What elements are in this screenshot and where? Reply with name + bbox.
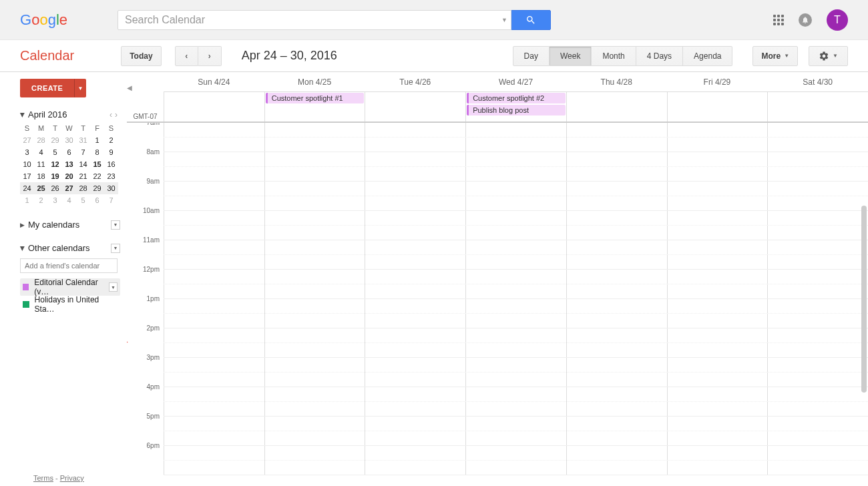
apps-icon[interactable] <box>773 15 784 25</box>
mini-day[interactable]: 8 <box>90 146 104 158</box>
mini-day[interactable]: 28 <box>34 134 48 146</box>
allday-cell[interactable] <box>667 92 768 121</box>
sidebar-collapse-icon[interactable]: ◀ <box>127 84 132 91</box>
mini-day[interactable]: 18 <box>34 170 48 182</box>
view-week[interactable]: Week <box>550 46 592 66</box>
mini-day[interactable]: 6 <box>62 146 76 158</box>
mini-day[interactable]: 11 <box>34 158 48 170</box>
allday-cell[interactable] <box>164 92 264 121</box>
mini-day[interactable]: 4 <box>34 146 48 158</box>
notifications-icon[interactable] <box>799 13 812 27</box>
event-chip[interactable]: Customer spotlight #1 <box>266 93 365 103</box>
mini-day[interactable]: 2 <box>34 194 48 206</box>
day-header[interactable]: Sat 4/30 <box>767 72 868 91</box>
mini-day[interactable]: 16 <box>104 158 118 170</box>
mini-day[interactable]: 10 <box>20 158 34 170</box>
other-calendars-menu[interactable]: ▼ <box>111 244 120 253</box>
mini-next[interactable]: › <box>115 110 120 119</box>
settings-button[interactable]: ▼ <box>809 46 848 66</box>
mini-day[interactable]: 19 <box>48 170 62 182</box>
hour-column[interactable] <box>566 123 667 475</box>
hour-column[interactable] <box>264 123 365 475</box>
mini-day[interactable]: 13 <box>62 158 76 170</box>
prev-button[interactable]: ‹ <box>175 46 198 66</box>
mini-day[interactable]: 3 <box>48 194 62 206</box>
mini-day[interactable]: 1 <box>20 194 34 206</box>
create-button[interactable]: CREATE <box>20 79 74 97</box>
add-friend-input[interactable] <box>20 258 118 273</box>
mini-day[interactable]: 26 <box>48 182 62 194</box>
day-header[interactable]: Thu 4/28 <box>566 72 667 91</box>
more-button[interactable]: More▼ <box>752 46 798 66</box>
day-header[interactable]: Wed 4/27 <box>465 72 566 91</box>
mini-day[interactable]: 7 <box>76 146 90 158</box>
mini-day[interactable]: 5 <box>76 194 90 206</box>
mini-day[interactable]: 17 <box>20 170 34 182</box>
create-dropdown[interactable]: ▼ <box>74 79 86 97</box>
hour-grid[interactable] <box>164 123 868 475</box>
day-header[interactable]: Fri 4/29 <box>667 72 768 91</box>
event-chip[interactable]: Customer spotlight #2 <box>467 93 566 103</box>
view-month[interactable]: Month <box>592 46 636 66</box>
today-button[interactable]: Today <box>121 46 161 66</box>
mini-day[interactable]: 1 <box>90 134 104 146</box>
day-header[interactable]: Tue 4/26 <box>365 72 465 91</box>
calendar-item[interactable]: Holidays in United Sta… <box>20 296 120 313</box>
mini-day[interactable]: 29 <box>48 134 62 146</box>
mini-day[interactable]: 9 <box>104 146 118 158</box>
search-input[interactable] <box>118 10 511 30</box>
mini-day[interactable]: 27 <box>62 182 76 194</box>
mini-day[interactable]: 27 <box>20 134 34 146</box>
my-calendars-menu[interactable]: ▼ <box>111 220 120 230</box>
hour-column[interactable] <box>767 123 868 475</box>
mini-day[interactable]: 30 <box>62 134 76 146</box>
allday-cell[interactable] <box>566 92 667 121</box>
mini-day[interactable]: 21 <box>76 170 90 182</box>
mini-day[interactable]: 3 <box>20 146 34 158</box>
mini-day[interactable]: 4 <box>62 194 76 206</box>
allday-row[interactable]: Customer spotlight #1Customer spotlight … <box>164 92 868 121</box>
mini-day[interactable]: 6 <box>90 194 104 206</box>
allday-cell[interactable]: Customer spotlight #1 <box>264 92 365 121</box>
mini-calendar[interactable]: SMTWTFS272829303112345678910111213141516… <box>20 122 120 206</box>
allday-cell[interactable] <box>365 92 465 121</box>
mini-day[interactable]: 20 <box>62 170 76 182</box>
mini-day[interactable]: 15 <box>90 158 104 170</box>
view-4days[interactable]: 4 Days <box>636 46 683 66</box>
mini-day[interactable]: 30 <box>104 182 118 194</box>
allday-cell[interactable] <box>767 92 868 121</box>
mini-day[interactable]: 25 <box>34 182 48 194</box>
mini-day[interactable]: 23 <box>104 170 118 182</box>
my-calendars-toggle[interactable]: ▶ My calendars ▼ <box>20 220 120 230</box>
calendar-menu[interactable]: ▼ <box>109 282 118 292</box>
day-header[interactable]: Sun 4/24 <box>164 72 264 91</box>
avatar[interactable]: T <box>827 9 848 31</box>
hour-column[interactable] <box>365 123 465 475</box>
day-header[interactable]: Mon 4/25 <box>264 72 365 91</box>
mini-day[interactable]: 2 <box>104 134 118 146</box>
mini-day[interactable]: 29 <box>90 182 104 194</box>
hour-column[interactable] <box>164 123 264 475</box>
search-button[interactable] <box>511 10 551 30</box>
search-dropdown[interactable]: ▼ <box>498 10 511 30</box>
google-logo[interactable]: Google <box>20 11 67 29</box>
other-calendars-toggle[interactable]: ▶ Other calendars ▼ <box>20 243 120 253</box>
hour-column[interactable] <box>667 123 768 475</box>
mini-day[interactable]: 12 <box>48 158 62 170</box>
privacy-link[interactable]: Privacy <box>60 474 84 482</box>
view-day[interactable]: Day <box>513 46 550 66</box>
mini-cal-header[interactable]: ▶ April 2016 ‹› <box>20 109 120 119</box>
hour-column[interactable] <box>465 123 566 475</box>
terms-link[interactable]: Terms <box>33 474 53 482</box>
allday-cell[interactable]: Customer spotlight #2Publish blog post <box>465 92 566 121</box>
mini-day[interactable]: 28 <box>76 182 90 194</box>
mini-day[interactable]: 7 <box>104 194 118 206</box>
mini-day[interactable]: 14 <box>76 158 90 170</box>
mini-day[interactable]: 22 <box>90 170 104 182</box>
mini-prev[interactable]: ‹ <box>110 110 115 119</box>
event-chip[interactable]: Publish blog post <box>467 105 566 115</box>
view-agenda[interactable]: Agenda <box>683 46 732 66</box>
mini-day[interactable]: 24 <box>20 182 34 194</box>
mini-day[interactable]: 31 <box>76 134 90 146</box>
calendar-item[interactable]: Editorial Calendar (v…▼ <box>20 278 120 296</box>
